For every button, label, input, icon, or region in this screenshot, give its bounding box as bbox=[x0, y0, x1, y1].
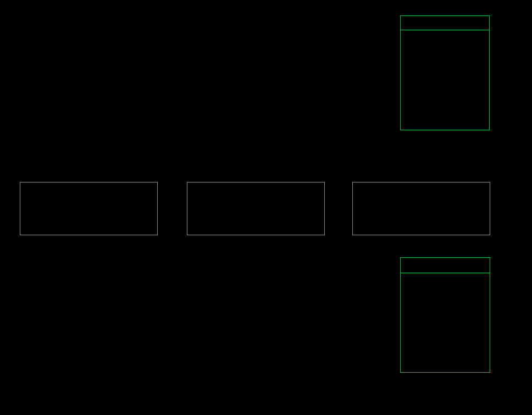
autoscala-window bbox=[0, 0, 532, 415]
thumbnail-evidence-f2-trace bbox=[352, 182, 490, 235]
autoscala-table-title bbox=[401, 16, 489, 30]
page-title bbox=[19, 1, 394, 10]
thumbnail-original-ionogram bbox=[20, 182, 158, 235]
thumbnail-caption bbox=[352, 240, 490, 247]
thumbnail-eliminate-reflections-image bbox=[187, 182, 324, 235]
profile-plot bbox=[0, 253, 407, 415]
thumbnail-caption bbox=[187, 240, 325, 247]
thumbnail-eliminate-reflections bbox=[187, 182, 325, 235]
aip-table-separator bbox=[400, 273, 490, 273]
thumbnail-original-ionogram-image bbox=[20, 182, 157, 235]
aip-table-border bbox=[400, 257, 490, 373]
autoscala-output-table bbox=[400, 15, 490, 130]
ionogram-plot bbox=[0, 11, 407, 174]
aip-output-table bbox=[400, 257, 490, 385]
thumbnail-evidence-f2-trace-image bbox=[353, 182, 490, 235]
thumbnail-caption bbox=[20, 240, 158, 247]
